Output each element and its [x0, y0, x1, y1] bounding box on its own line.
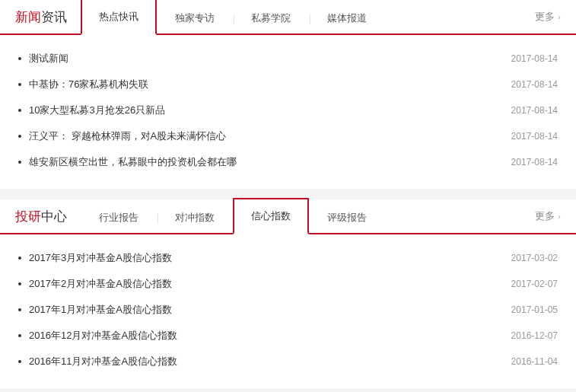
item-title[interactable]: 2016年11月对冲基金A股信心指数	[29, 355, 177, 368]
more-label: 更多	[535, 199, 555, 234]
more-link[interactable]: 更多›	[535, 0, 561, 33]
bullet-icon	[18, 161, 21, 164]
bullet-icon	[18, 282, 21, 285]
tab-2[interactable]: 信心指数	[233, 198, 309, 234]
list-item: 2017年1月对冲基金A股信心指数2017-01-05	[18, 297, 558, 323]
bullet-icon	[18, 57, 21, 60]
list-item: 2016年11月对冲基金A股信心指数2016-11-04	[18, 349, 558, 374]
tab-3[interactable]: 评级报告	[309, 199, 385, 234]
panel-0: 新闻资讯热点快讯独家专访私募学院媒体报道更多›测试新闻2017-08-14中基协…	[0, 0, 576, 189]
list-item: 2016年12月对冲基金A股信心指数2016-12-07	[18, 323, 558, 349]
bullet-icon	[18, 308, 21, 311]
item-date: 2017-01-05	[511, 304, 558, 315]
item-title[interactable]: 2017年1月对冲基金A股信心指数	[29, 303, 172, 317]
panel-title: 新闻资讯	[15, 0, 67, 33]
bullet-icon	[18, 257, 21, 260]
list-item: 2017年3月对冲基金A股信心指数2017-03-02	[18, 245, 558, 271]
list-item: 测试新闻2017-08-14	[18, 46, 558, 72]
panel-1: 投研中心行业报告对冲指数信心指数评级报告更多›2017年3月对冲基金A股信心指数…	[0, 199, 576, 388]
list-item: 汪义平： 穿越枪林弹雨，对A股未来满怀信心2017-08-14	[18, 123, 558, 149]
tab-2[interactable]: 私募学院	[233, 0, 309, 35]
item-title[interactable]: 中基协：76家私募机构失联	[29, 78, 148, 91]
more-link[interactable]: 更多›	[535, 199, 561, 233]
bullet-icon	[18, 135, 21, 138]
more-label: 更多	[535, 0, 555, 34]
panel-title-plain: 中心	[41, 209, 67, 224]
panel-title-accent: 新闻	[15, 10, 41, 24]
bullet-icon	[18, 109, 21, 112]
item-title[interactable]: 10家大型私募3月抢发26只新品	[29, 104, 165, 117]
item-date: 2017-08-14	[511, 105, 558, 116]
item-date: 2017-08-14	[511, 79, 558, 90]
tab-0[interactable]: 行业报告	[81, 199, 157, 234]
list-item: 10家大型私募3月抢发26只新品2017-08-14	[18, 97, 558, 123]
item-date: 2017-03-02	[511, 253, 558, 263]
tabs: 热点快讯独家专访私募学院媒体报道	[81, 2, 385, 35]
item-title[interactable]: 2016年12月对冲基金A股信心指数	[29, 329, 177, 343]
tab-1[interactable]: 对冲指数	[157, 199, 233, 234]
item-title[interactable]: 汪义平： 穿越枪林弹雨，对A股未来满怀信心	[29, 129, 226, 143]
panel-header: 投研中心行业报告对冲指数信心指数评级报告更多›	[0, 199, 576, 234]
item-date: 2016-12-07	[511, 330, 558, 341]
item-date: 2017-08-14	[511, 157, 558, 167]
tabs: 行业报告对冲指数信心指数评级报告	[81, 201, 385, 234]
tab-0[interactable]: 热点快讯	[81, 0, 157, 35]
chevron-right-icon: ›	[558, 199, 561, 234]
list: 2017年3月对冲基金A股信心指数2017-03-022017年2月对冲基金A股…	[0, 234, 576, 388]
item-title[interactable]: 2017年2月对冲基金A股信心指数	[29, 277, 172, 291]
item-title[interactable]: 2017年3月对冲基金A股信心指数	[29, 251, 172, 265]
list-item: 2017年2月对冲基金A股信心指数2017-02-07	[18, 271, 558, 297]
bullet-icon	[18, 360, 21, 363]
item-date: 2017-02-07	[511, 279, 558, 289]
list-item: 中基协：76家私募机构失联2017-08-14	[18, 72, 558, 97]
bullet-icon	[18, 83, 21, 86]
panel-header: 新闻资讯热点快讯独家专访私募学院媒体报道更多›	[0, 0, 576, 35]
panel-title: 投研中心	[15, 199, 67, 233]
item-title[interactable]: 雄安新区横空出世，私募眼中的投资机会都在哪	[29, 155, 237, 169]
item-title[interactable]: 测试新闻	[29, 52, 68, 65]
chevron-right-icon: ›	[558, 0, 561, 34]
bullet-icon	[18, 334, 21, 337]
tab-3[interactable]: 媒体报道	[309, 0, 385, 35]
list-item: 雄安新区横空出世，私募眼中的投资机会都在哪2017-08-14	[18, 149, 558, 175]
tab-1[interactable]: 独家专访	[157, 0, 233, 35]
item-date: 2016-11-04	[511, 356, 558, 367]
panel-title-accent: 投研	[15, 209, 41, 224]
panel-title-plain: 资讯	[41, 10, 67, 24]
item-date: 2017-08-14	[511, 53, 558, 64]
item-date: 2017-08-14	[511, 131, 558, 142]
list: 测试新闻2017-08-14中基协：76家私募机构失联2017-08-1410家…	[0, 35, 576, 189]
